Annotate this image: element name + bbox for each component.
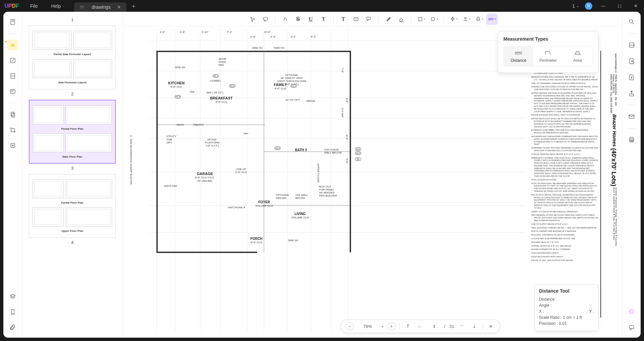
window-minimize-button[interactable]: — [598,3,608,8]
zoom-out-button[interactable]: − [345,322,353,330]
tab-title: drawings [92,4,110,10]
tool-compress-icon[interactable] [7,140,18,151]
zoom-dropdown-icon[interactable]: ▾ [382,325,383,328]
svg-rect-10 [12,113,14,117]
svg-rect-12 [263,17,267,20]
tool-form-icon[interactable] [7,86,18,97]
svg-rect-0 [11,19,15,25]
textbox-tool-icon[interactable]: T [350,13,362,25]
search-icon[interactable] [626,16,637,27]
shape-tool-icon[interactable]: ▾ [415,13,427,25]
cloud-counter[interactable]: 1⌄ [572,3,579,9]
tool-copy-pages-icon[interactable] [7,109,18,120]
bookmark-icon[interactable] [7,307,18,317]
measure-tool-icon[interactable]: ▾ [486,13,498,25]
prev-page-button[interactable]: ︿ [416,322,424,330]
layers-icon[interactable] [7,291,18,302]
print-icon[interactable] [626,134,637,145]
plan-notes: SHALL BE PROTECTED WITH TWO (2) LAYERS 5… [531,61,598,263]
annotation-toolbar: S̶ U T T T ▾ ▾ ▾ ▾ ▾ ▾ [123,12,622,27]
first-page-button[interactable]: ⤒ [404,322,412,330]
pencil-tool-icon[interactable] [383,13,394,25]
strikethrough-tool-icon[interactable]: S̶ [292,13,304,25]
share-icon[interactable] [626,88,637,99]
page-input[interactable]: 3 [428,324,440,329]
svg-text:T: T [355,18,357,21]
svg-point-42 [632,311,632,312]
callout-tool-icon[interactable] [363,13,375,25]
chat-icon[interactable] [626,322,637,333]
thumbnail-page-3[interactable]: Partial Floor Plan Upper Floor Plan [29,174,116,238]
highlight-tool-icon[interactable] [280,13,291,25]
page-total: 31 [449,324,454,329]
thumb-number-2: 2 [29,91,116,96]
thumbnail-page-1[interactable]: Partial Slab Perimeter Layout Slab Perim… [29,26,116,89]
tab-drawings[interactable]: ⟳ drawings ✕ [74,2,127,12]
svg-rect-17 [418,17,422,21]
last-page-button[interactable]: ⤓ [470,322,479,330]
measure-type-distance[interactable]: Distance [504,47,533,66]
thumbnail-panel[interactable]: 1 Partial Slab Perimeter Layout Slab Per… [22,12,123,338]
svg-rect-43 [629,326,634,329]
stamp2-tool-icon[interactable]: ▾ [474,13,485,25]
measure-type-perimeter[interactable]: Perimeter [533,47,563,66]
comment-tool-icon[interactable] [260,13,271,25]
tool-edit-text-icon[interactable] [7,55,18,66]
user-avatar[interactable]: R [585,2,592,10]
menu-file[interactable]: File [23,3,45,9]
thumb-number-3: 3 [29,166,116,171]
zoom-value[interactable]: 78% [357,324,378,329]
tool-pages-icon[interactable] [7,71,18,81]
underline-tool-icon[interactable]: U [305,13,316,25]
svg-rect-37 [629,115,634,118]
measure-type-area[interactable]: Area [563,47,592,66]
thumb-number-4: 4 [29,240,116,245]
eraser-tool-icon[interactable] [396,13,407,25]
tab-bar: ⟳ drawings ✕ ＋ [74,0,137,12]
tool-page-icon[interactable] [7,16,18,27]
svg-line-32 [632,23,634,24]
distance-tool-panel: Distance Tool Distance : Angle : X :Y : … [535,285,598,331]
app-logo: UPDF [0,3,23,9]
right-tool-rail: OCR [622,12,641,338]
stamp-tool-icon[interactable]: ▾ [428,13,440,25]
tab-add-button[interactable]: ＋ [131,2,137,10]
window-maximize-button[interactable]: ◻ [614,3,625,8]
export-icon[interactable] [626,72,637,83]
close-controls-button[interactable]: ✕ [487,322,495,330]
email-icon[interactable] [626,111,637,122]
title-block: www.bsbdesign.co 7580 N. Ingram Ave., St… [600,51,618,317]
svg-text:OCR: OCR [630,44,635,46]
convert-icon[interactable] [626,56,637,67]
svg-rect-9 [11,112,14,116]
svg-rect-21 [489,18,493,20]
attachment-icon[interactable] [7,322,18,333]
area-icon [574,50,581,56]
window-close-button[interactable]: ✕ [631,3,641,8]
zoom-in-button[interactable]: + [387,322,395,330]
tool-crop-icon[interactable] [7,125,18,135]
measurement-types-panel: Measurement Types Distance Perimeter Are… [498,31,598,73]
svg-point-31 [629,19,633,23]
ai-icon[interactable] [626,307,637,317]
ocr-icon[interactable]: OCR [626,40,637,50]
thumbnail-page-2[interactable]: Partial Floor Plan Main Floor Plan [29,100,116,164]
svg-rect-6 [10,89,15,93]
svg-point-19 [465,17,466,19]
document-canvas[interactable]: S̶ U T T T ▾ ▾ ▾ ▾ ▾ ▾ [123,12,622,338]
menu-help[interactable]: Help [45,3,68,9]
tool-highlighter-icon[interactable] [7,40,18,50]
titlebar-right: 1⌄ R — ◻ ✕ [572,2,644,10]
page-controls: − 78% ▾ + ⤒ ︿ 3 / 31 ﹀ ⤓ ✕ [340,319,500,333]
svg-rect-15 [367,17,370,20]
tab-prev-icon: ⟳ [80,4,85,10]
left-tool-rail [3,12,22,338]
text-tool-icon[interactable]: T [338,13,349,25]
signature-tool-icon[interactable]: ▾ [461,13,472,25]
thumb-number-1: 1 [29,17,116,22]
pointer-tool-icon[interactable] [247,13,258,25]
squiggly-tool-icon[interactable]: T [318,13,329,25]
next-page-button[interactable]: ﹀ [458,322,466,330]
pin-tool-icon[interactable]: ▾ [448,13,459,25]
tab-close-icon[interactable]: ✕ [117,4,121,10]
